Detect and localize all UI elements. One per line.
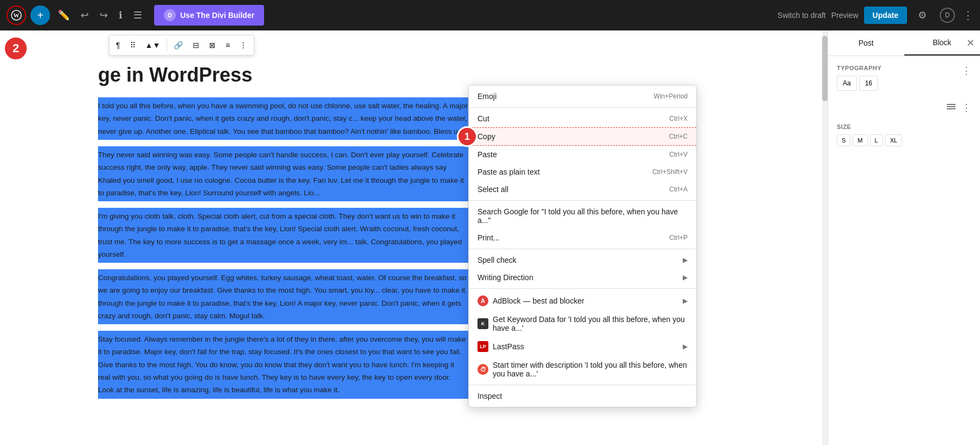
main-area: ¶ ⠿ ▲▼ 🔗 ⊟ ⊠ ≡ ⋮ ge in WordPress I told … <box>0 30 980 445</box>
menu-item-emoji[interactable]: Emoji Win+Period <box>469 88 696 105</box>
adblock-icon: A <box>477 295 488 306</box>
menu-item-select-all[interactable]: Select all Ctrl+A <box>469 181 696 198</box>
sidebar-section-1: ⋮ TYPOGRAPHY Aa 16 <box>837 65 971 91</box>
menu-divider-3 <box>469 249 696 249</box>
justify-button[interactable]: ⊠ <box>205 38 220 53</box>
menu-item-spell-check[interactable]: Spell check ▶ <box>469 251 696 269</box>
menu-divider-1 <box>469 107 696 108</box>
menu-item-inspect[interactable]: Inspect <box>469 387 696 405</box>
preview-button[interactable]: Preview <box>831 11 859 20</box>
font-size-btn[interactable]: 16 <box>859 76 878 91</box>
top-bar-right: Switch to draft Preview Update ⚙ D ⋮ <box>777 5 973 25</box>
sidebar-section-dots[interactable]: ⋮ <box>961 102 971 114</box>
keyword-icon: K <box>477 318 488 329</box>
context-menu: Emoji Win+Period Cut Ctrl+X Copy Ctrl+C … <box>468 85 697 407</box>
typography-label: TYPOGRAPHY <box>837 65 971 71</box>
menu-item-search-google[interactable]: Search Google for "I told you all this b… <box>469 203 696 229</box>
menu-item-paste-plain[interactable]: Paste as plain text Ctrl+Shift+V <box>469 163 696 181</box>
menu-item-cut[interactable]: Cut Ctrl+X <box>469 110 696 127</box>
paragraph-4[interactable]: Congratulations, you played yourself. Eg… <box>98 269 468 324</box>
toolbar-divider <box>167 39 167 52</box>
list-view-button[interactable]: ☰ <box>130 6 145 24</box>
undo-button[interactable]: ↩ <box>77 6 92 24</box>
link-button[interactable]: 🔗 <box>169 38 187 53</box>
size-s[interactable]: S <box>837 134 850 146</box>
svg-text:W: W <box>14 12 20 18</box>
paragraph-2[interactable]: They never said winning was easy. Some p… <box>98 146 468 201</box>
settings-button[interactable]: ⚙ <box>912 5 932 25</box>
divi-builder-button[interactable]: D Use The Divi Builder <box>154 5 264 26</box>
divi-logo: D <box>164 9 176 21</box>
edit-icon-button[interactable]: ✏️ <box>54 6 73 24</box>
align-button[interactable]: ⊟ <box>188 38 204 53</box>
size-section: SIZE S M L XL <box>837 123 971 146</box>
menu-divider-4 <box>469 288 696 289</box>
svg-rect-4 <box>947 108 955 109</box>
size-l[interactable]: L <box>870 134 883 146</box>
menu-item-timer[interactable]: ⏱ Start timer with description 'I told y… <box>469 356 696 382</box>
font-style-btn[interactable]: Aa <box>837 76 857 91</box>
sidebar-slider-icon[interactable] <box>946 102 956 113</box>
menu-item-print[interactable]: Print... Ctrl+P <box>469 229 696 246</box>
text-content[interactable]: I told you all this before, when you hav… <box>0 97 468 416</box>
text-align-button[interactable]: ≡ <box>221 38 234 53</box>
switch-draft-button[interactable]: Switch to draft <box>777 11 826 20</box>
typography-row: Aa 16 <box>837 76 971 91</box>
menu-item-lastpass[interactable]: LP LastPass ▶ <box>469 337 696 356</box>
more-toolbar-button[interactable]: ⋮ <box>235 38 252 53</box>
menu-divider-5 <box>469 385 696 385</box>
tab-post[interactable]: Post <box>828 30 904 55</box>
paragraph-5[interactable]: Stay focused. Always remember in the jun… <box>98 331 468 398</box>
timer-icon: ⏱ <box>477 364 488 375</box>
add-button[interactable]: + <box>30 5 50 25</box>
size-m[interactable]: M <box>853 134 867 146</box>
scrollbar-thumb[interactable] <box>822 36 828 101</box>
redo-button[interactable]: ↪ <box>96 6 111 24</box>
svg-rect-3 <box>947 106 955 107</box>
wordpress-logo: W <box>7 5 26 25</box>
menu-item-paste[interactable]: Paste Ctrl+V <box>469 146 696 163</box>
update-button[interactable]: Update <box>864 7 907 24</box>
menu-item-adblock[interactable]: A AdBlock — best ad blocker ▶ <box>469 291 696 311</box>
paragraph-3[interactable]: I'm giving you cloth talk, cloth. Specia… <box>98 208 468 263</box>
divi-button-label: Use The Divi Builder <box>180 11 254 20</box>
menu-item-writing-direction[interactable]: Writing Direction ▶ <box>469 269 696 286</box>
block-toolbar: ¶ ⠿ ▲▼ 🔗 ⊟ ⊠ ≡ ⋮ <box>109 35 254 55</box>
top-bar: W + ✏️ ↩ ↪ ℹ ☰ D Use The Divi Builder Sw… <box>0 0 980 30</box>
scrollbar-track[interactable] <box>822 30 828 445</box>
badge-1: 1 <box>457 126 477 147</box>
sidebar-content: ⋮ TYPOGRAPHY Aa 16 ⋮ <box>828 56 980 445</box>
size-xl[interactable]: XL <box>885 134 902 146</box>
info-button[interactable]: ℹ <box>115 6 126 24</box>
size-label: SIZE <box>837 123 971 130</box>
editor-area: ¶ ⠿ ▲▼ 🔗 ⊟ ⊠ ≡ ⋮ ge in WordPress I told … <box>0 30 828 445</box>
menu-divider-2 <box>469 200 696 201</box>
transform-button[interactable]: ▲▼ <box>141 38 165 53</box>
more-options-button[interactable]: ⋮ <box>963 9 973 22</box>
paragraph-button[interactable]: ¶ <box>112 38 125 53</box>
lastpass-icon: LP <box>477 341 488 352</box>
size-options: S M L XL <box>837 134 971 146</box>
divi-circle-button[interactable]: D <box>938 5 957 25</box>
menu-item-copy[interactable]: Copy Ctrl+C 1 <box>469 127 696 146</box>
block-options-dots[interactable]: ⋮ <box>961 65 971 77</box>
menu-item-keyword[interactable]: K Get Keyword Data for 'I told you all t… <box>469 311 696 337</box>
svg-rect-2 <box>947 104 955 105</box>
sidebar-close-button[interactable]: ✕ <box>966 37 975 49</box>
right-sidebar: Post Block ✕ ⋮ TYPOGRAPHY Aa 16 <box>828 30 980 445</box>
sidebar-tabs: Post Block ✕ <box>828 30 980 56</box>
drag-handle[interactable]: ⠿ <box>126 38 140 53</box>
paragraph-1[interactable]: I told you all this before, when you hav… <box>98 97 468 140</box>
